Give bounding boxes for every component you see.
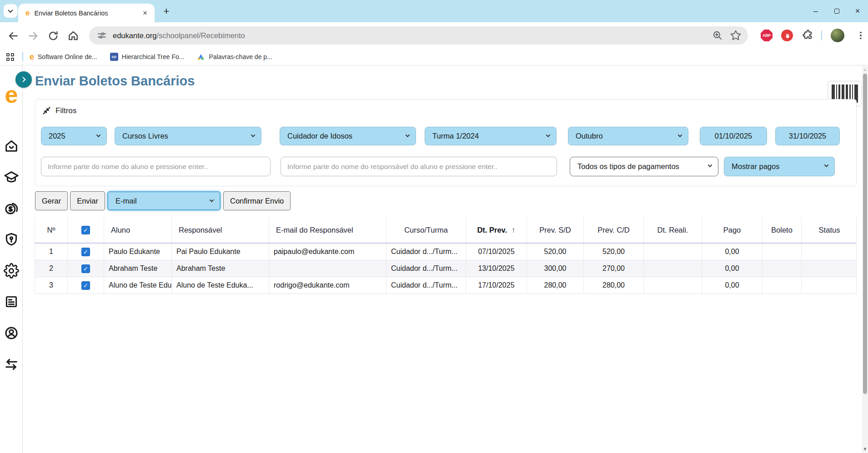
- date-end-field[interactable]: 31/10/2025: [775, 127, 840, 145]
- cell-aluno: Aluno de Teste Eduka...: [104, 277, 172, 294]
- tab-search-button[interactable]: [4, 4, 17, 18]
- select-all-checkbox[interactable]: ✓: [81, 226, 90, 234]
- page-title: Enviar Boletos Bancários: [35, 74, 195, 89]
- toolbar-separator: [821, 30, 822, 40]
- nav-profile-icon[interactable]: [4, 325, 19, 341]
- nav-security-icon[interactable]: [4, 232, 19, 247]
- header-email[interactable]: E-mail do Responsável: [269, 218, 386, 243]
- sidebar-expand-button[interactable]: [15, 71, 32, 88]
- header-n[interactable]: Nº: [35, 218, 68, 243]
- header-prev-sd[interactable]: Prev. S/D: [527, 218, 584, 243]
- gerar-button[interactable]: Gerar: [35, 191, 68, 210]
- nav-home-icon[interactable]: [4, 138, 19, 154]
- row-checkbox[interactable]: ✓: [81, 248, 90, 256]
- site-favicon-icon: e: [25, 9, 30, 18]
- student-name-input[interactable]: [41, 157, 271, 176]
- row-checkbox[interactable]: ✓: [81, 264, 90, 273]
- header-checkbox-cell: ✓: [68, 218, 104, 243]
- back-icon[interactable]: [7, 30, 19, 42]
- chevron-down-icon: [678, 133, 682, 137]
- browser-tab[interactable]: e Enviar Boletos Bancários ×: [18, 4, 155, 22]
- page-scrollbar[interactable]: ▲ ▼: [862, 65, 868, 453]
- date-start-field[interactable]: 01/10/2025: [700, 127, 767, 145]
- extensions-puzzle-icon[interactable]: [802, 30, 814, 41]
- nav-courses-icon[interactable]: [4, 169, 19, 185]
- cell-checkbox: ✓: [68, 244, 104, 260]
- enviar-button[interactable]: Enviar: [70, 191, 105, 210]
- page-content: e Enviar Boletos Bancários Filtros 2025 …: [0, 65, 868, 453]
- course-type-select[interactable]: Cursos Livres: [115, 127, 261, 145]
- nav-reports-icon[interactable]: [4, 294, 19, 309]
- course-select[interactable]: Cuidador de Idosos: [280, 127, 416, 145]
- header-dt-reali[interactable]: Dt. Reali.: [644, 218, 702, 243]
- apps-grid-icon[interactable]: [6, 53, 14, 61]
- cell-aluno: Paulo Edukante: [104, 244, 172, 260]
- cell-pago: 0,00: [702, 244, 763, 260]
- header-dt-prev[interactable]: Dt. Prev.↑: [466, 218, 527, 243]
- cell-status: [802, 260, 857, 277]
- turma-select[interactable]: Turma 1/2024: [425, 127, 557, 145]
- filters-label: Filtros: [55, 106, 76, 115]
- row-checkbox[interactable]: ✓: [81, 281, 90, 290]
- browser-menu-icon[interactable]: [857, 30, 865, 41]
- month-select[interactable]: Outubro: [568, 127, 688, 145]
- address-bar[interactable]: edukante.org/schoolpanel/Recebimento: [89, 26, 748, 45]
- header-prev-cd[interactable]: Prev. C/D: [584, 218, 644, 243]
- send-method-select[interactable]: E-mail: [107, 191, 221, 210]
- guardian-name-input[interactable]: [281, 157, 557, 176]
- header-boleto[interactable]: Boleto: [763, 218, 802, 243]
- bookmark-star-icon[interactable]: [730, 30, 742, 41]
- app-sidebar: e: [0, 65, 23, 453]
- cell-pago: 0,00: [702, 277, 763, 294]
- year-select[interactable]: 2025: [41, 127, 107, 145]
- chevron-down-icon: [210, 198, 214, 202]
- site-settings-icon[interactable]: [96, 30, 107, 41]
- new-tab-button[interactable]: +: [160, 5, 173, 18]
- cell-boleto: [763, 260, 802, 277]
- cell-prev-sd: 280,00: [527, 277, 584, 294]
- bookmark-item[interactable]: co Hierarchical Tree Fo...: [110, 53, 185, 61]
- cell-status: [802, 277, 857, 294]
- collapse-filters-icon[interactable]: [42, 106, 51, 115]
- cell-aluno: Abraham Teste: [104, 260, 172, 277]
- hand-icon: [784, 32, 791, 39]
- header-pago[interactable]: Pago: [702, 218, 763, 243]
- scroll-down-icon[interactable]: ▼: [862, 446, 868, 452]
- chevron-down-icon: [546, 133, 551, 137]
- show-paid-select[interactable]: Mostrar pagos: [724, 157, 835, 176]
- header-curso-turma[interactable]: Curso/Turma: [386, 218, 466, 243]
- header-responsavel[interactable]: Responsável: [172, 218, 269, 243]
- payment-type-select[interactable]: Todos os tipos de pagamentos: [570, 157, 718, 176]
- bookmark-item[interactable]: Palavras-chave de p...: [197, 53, 272, 61]
- confirmar-envio-button[interactable]: Confirmar Envio: [223, 191, 291, 210]
- zoom-icon[interactable]: [712, 30, 723, 41]
- ads-triangle-icon: [197, 53, 205, 61]
- cell-responsavel: Abraham Teste: [172, 260, 269, 277]
- window-controls: – ×: [805, 0, 868, 22]
- scroll-up-icon[interactable]: ▲: [862, 67, 868, 72]
- tab-close-icon[interactable]: ×: [141, 9, 149, 18]
- reload-icon[interactable]: [47, 30, 59, 42]
- nav-transfers-icon[interactable]: [4, 357, 19, 372]
- profile-avatar[interactable]: [831, 29, 844, 42]
- cell-prev-sd: 300,00: [527, 260, 584, 277]
- window-minimize-button[interactable]: –: [805, 0, 826, 22]
- header-status[interactable]: Status: [802, 218, 857, 243]
- header-aluno[interactable]: Aluno: [104, 218, 172, 243]
- window-maximize-button[interactable]: [826, 0, 847, 22]
- scrollbar-thumb[interactable]: [863, 74, 867, 394]
- cell-boleto: [763, 244, 802, 260]
- cell-prev-cd: 270,00: [584, 260, 644, 277]
- nav-settings-icon[interactable]: [4, 263, 19, 279]
- blocker-hand-extension-icon[interactable]: [781, 30, 793, 41]
- forward-icon[interactable]: [27, 30, 39, 42]
- url-text[interactable]: edukante.org/schoolpanel/Recebimento: [113, 31, 705, 40]
- table-row: 1 ✓ Paulo Edukante Pai Paulo Edukante pa…: [35, 244, 856, 260]
- window-close-button[interactable]: ×: [847, 0, 868, 22]
- adblock-plus-extension-icon[interactable]: ABP: [761, 30, 773, 41]
- bookmark-e-icon: e: [30, 52, 34, 62]
- nav-finance-icon[interactable]: [4, 200, 19, 216]
- cell-prev-sd: 520,00: [527, 244, 584, 260]
- home-icon[interactable]: [67, 30, 79, 42]
- bookmark-item[interactable]: e Software Online de...: [30, 52, 97, 62]
